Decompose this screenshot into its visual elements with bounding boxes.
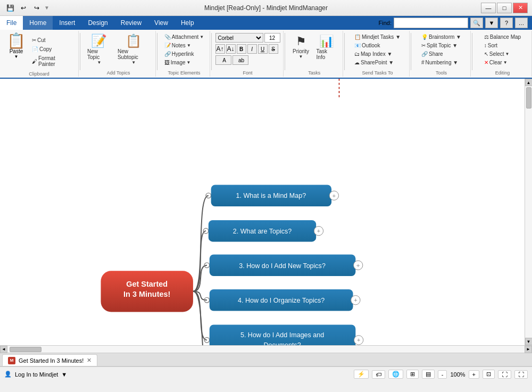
scroll-right-btn[interactable]: ► [525,346,532,353]
select-arrow[interactable]: ▼ [505,52,510,56]
maximize-btn[interactable]: □ [497,3,512,13]
strikethrough-btn[interactable]: S [269,44,278,54]
window-title: Mindjet [Read-Only] - Mindjet MindManage… [204,4,328,12]
find-help-btn[interactable]: ? [500,18,513,28]
zoom-in-btn[interactable]: + [469,370,479,379]
font-color-btn[interactable]: A [215,55,231,65]
outlook-button[interactable]: 📧Outlook [352,41,383,49]
task-info-button[interactable]: 📊 Task Info [314,33,339,62]
mindjet-tasks-button[interactable]: 📋Mindjet Tasks ▼ [352,33,403,41]
grow-font-btn[interactable]: A↑ [215,44,225,54]
tab-close-btn[interactable]: ✕ [87,357,92,364]
scroll-thumb-h[interactable] [10,347,41,352]
attachment-arrow[interactable]: ▼ [200,35,204,39]
brainstorm-label: Brainstorm ▼ [429,34,461,40]
tab-get-started[interactable]: M Get Started In 3 Minutes! ✕ [2,354,97,366]
ribbon-group-editing: ⚖Balance Map ↕Sort ↖Select▼ ✕Clear▼ Edit… [473,31,532,77]
find-options-btn[interactable]: ▼ [485,18,498,28]
image-button[interactable]: 🖼Image▼ [162,59,194,66]
status-right: ⚡ 🏷 🌐 ⊞ ▤ - 100% + ⊡ ⛶ ⛶ [354,370,528,379]
notes-button[interactable]: 📝Notes▼ [162,41,194,49]
find-search-btn[interactable]: 🔍 [470,18,483,28]
menu-insert[interactable]: Insert [53,16,81,30]
paste-button[interactable]: 📋 Paste ▼ [3,32,29,61]
add-topics-content: 📝 New Topic ▼ 📋 New Subtopic ▼ [85,32,153,70]
map-index-button[interactable]: 🗂Map Index ▼ [352,50,395,58]
close-btn[interactable]: ✕ [513,3,528,13]
attachment-button[interactable]: 📎Attachment▼ [162,33,207,41]
cut-button[interactable]: ✂Cut [29,36,75,44]
expand-btn[interactable]: ⛶ [498,370,511,379]
menu-view[interactable]: View [148,16,174,30]
canvas[interactable]: Get Started In 3 Minutes! 1. What is a M… [0,79,525,345]
scroll-track-v[interactable] [525,86,532,338]
login-arrow[interactable]: ▼ [61,371,67,378]
tag-btn[interactable]: 🏷 [372,370,385,379]
new-subtopic-arrow[interactable]: ▼ [131,60,136,65]
balance-map-button[interactable]: ⚖Balance Map [481,33,523,41]
hyperlink-button[interactable]: 🔗Hyperlink [162,50,197,58]
minimize-btn[interactable]: — [481,3,496,13]
scroll-thumb-v[interactable] [526,87,531,109]
quick-save-btn[interactable]: 💾 [4,3,16,13]
clear-arrow[interactable]: ▼ [503,60,508,65]
numbering-button[interactable]: #Numbering ▼ [419,59,461,66]
scroll-down-btn[interactable]: ▼ [525,338,533,345]
italic-btn[interactable]: I [247,44,257,54]
editing-content: ⚖Balance Map ↕Sort ↖Select▼ ✕Clear▼ [481,32,523,70]
underline-btn[interactable]: U [258,44,268,54]
brainstorm-button[interactable]: 💡Brainstorm ▼ [419,33,464,41]
quick-redo-btn[interactable]: ↪ [31,3,43,13]
color-row: A ab [215,55,248,65]
priority-arrow[interactable]: ▼ [299,54,303,59]
menu-file[interactable]: File [0,16,23,30]
topic5-text-1: 5. How do I Add Images and [240,331,324,339]
scroll-track-h[interactable] [7,346,525,353]
image-arrow[interactable]: ▼ [187,60,191,65]
quick-undo-btn[interactable]: ↩ [18,3,29,13]
split-topic-button[interactable]: ✂Split Topic ▼ [419,41,460,49]
select-button[interactable]: ↖Select▼ [481,50,512,58]
scrollbar-horizontal[interactable]: ◄ ► [0,345,532,353]
font-size-input[interactable] [264,33,280,43]
sort-button[interactable]: ↕Sort [481,41,500,49]
find-input[interactable] [394,18,468,28]
globe-btn[interactable]: 🌐 [388,370,403,379]
topic1-text: 1. What is a Mind Map? [236,192,306,199]
quick-access-arrow[interactable]: ▼ [44,5,49,11]
menu-home[interactable]: Home [23,16,53,30]
bold-btn[interactable]: B [237,44,246,54]
filter-btn[interactable]: ⚡ [354,370,369,379]
menu-review[interactable]: Review [114,16,148,30]
grid-btn[interactable]: ⊞ [406,370,419,379]
format-painter-button[interactable]: 🖌Format Painter [29,54,75,68]
scroll-left-btn[interactable]: ◄ [0,346,7,353]
priority-button[interactable]: ⚑ Priority ▼ [289,33,313,61]
scroll-up-btn[interactable]: ▲ [525,79,533,86]
view-btn[interactable]: ▤ [422,370,435,379]
sharepoint-button[interactable]: ☁SharePoint ▼ [352,59,396,66]
shrink-font-btn[interactable]: A↓ [226,44,236,54]
fit-btn[interactable]: ⊡ [483,370,495,379]
notes-arrow[interactable]: ▼ [187,43,191,48]
fullscreen-btn[interactable]: ⛶ [514,370,528,379]
tools-group-label: Tools [436,70,447,76]
menu-help[interactable]: Help [174,16,201,30]
new-subtopic-button[interactable]: 📋 New Subtopic ▼ [115,33,153,66]
highlight-btn[interactable]: ab [232,55,248,65]
paste-label: Paste [10,48,23,54]
menu-design[interactable]: Design [81,16,114,30]
clear-button[interactable]: ✕Clear▼ [481,59,510,66]
paste-arrow[interactable]: ▼ [14,54,19,59]
share-button[interactable]: 🔗Share [419,50,446,58]
find-more-btn[interactable]: … [515,18,528,28]
copy-button[interactable]: 📄Copy [29,45,75,53]
new-topic-button[interactable]: 📝 New Topic ▼ [85,33,114,66]
scrollbar-vertical[interactable]: ▲ ▼ [525,79,532,345]
zoom-level: 100% [450,371,465,378]
font-name-select[interactable]: Corbel [215,33,263,43]
topic2-text: 2. What are Topics? [233,228,292,235]
new-topic-arrow[interactable]: ▼ [97,60,101,65]
zoom-out-btn[interactable]: - [438,370,447,379]
sep1 [80,33,80,70]
